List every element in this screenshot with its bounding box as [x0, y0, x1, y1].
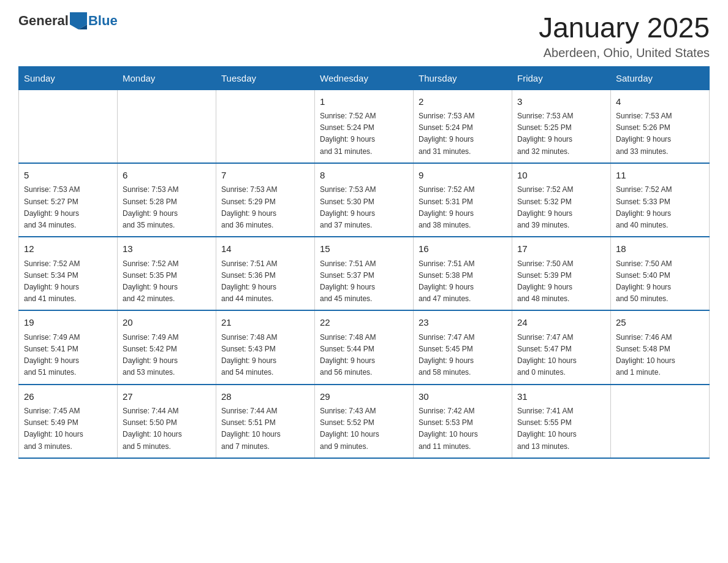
- day-info: Sunrise: 7:51 AM Sunset: 5:36 PM Dayligh…: [221, 258, 309, 305]
- day-number: 26: [24, 390, 112, 404]
- table-row: 7Sunrise: 7:53 AM Sunset: 5:29 PM Daylig…: [216, 163, 315, 237]
- day-info: Sunrise: 7:51 AM Sunset: 5:37 PM Dayligh…: [320, 258, 408, 305]
- day-info: Sunrise: 7:50 AM Sunset: 5:39 PM Dayligh…: [517, 258, 605, 305]
- day-info: Sunrise: 7:47 AM Sunset: 5:45 PM Dayligh…: [419, 332, 507, 379]
- day-number: 15: [320, 242, 408, 256]
- calendar-week-3: 12Sunrise: 7:52 AM Sunset: 5:34 PM Dayli…: [19, 237, 710, 310]
- table-row: [216, 90, 315, 163]
- day-info: Sunrise: 7:52 AM Sunset: 5:35 PM Dayligh…: [123, 258, 211, 305]
- calendar-week-1: 1Sunrise: 7:52 AM Sunset: 5:24 PM Daylig…: [19, 90, 710, 163]
- table-row: 11Sunrise: 7:52 AM Sunset: 5:33 PM Dayli…: [611, 163, 710, 237]
- table-row: [19, 90, 118, 163]
- day-number: 28: [221, 390, 309, 404]
- day-number: 18: [616, 242, 704, 256]
- day-number: 30: [419, 390, 507, 404]
- day-number: 6: [123, 169, 211, 183]
- day-number: 12: [24, 242, 112, 256]
- table-row: 6Sunrise: 7:53 AM Sunset: 5:28 PM Daylig…: [118, 163, 216, 237]
- header-tuesday: Tuesday: [216, 66, 315, 90]
- day-number: 3: [517, 95, 605, 109]
- table-row: 18Sunrise: 7:50 AM Sunset: 5:40 PM Dayli…: [611, 237, 710, 310]
- day-info: Sunrise: 7:52 AM Sunset: 5:32 PM Dayligh…: [517, 184, 605, 231]
- day-info: Sunrise: 7:50 AM Sunset: 5:40 PM Dayligh…: [616, 258, 704, 305]
- calendar-body: 1Sunrise: 7:52 AM Sunset: 5:24 PM Daylig…: [19, 90, 710, 458]
- logo: General Blue: [18, 12, 118, 29]
- logo-blue-text: Blue: [88, 13, 118, 29]
- table-row: 22Sunrise: 7:48 AM Sunset: 5:44 PM Dayli…: [315, 310, 414, 384]
- logo-icon: [70, 12, 87, 29]
- table-row: 29Sunrise: 7:43 AM Sunset: 5:52 PM Dayli…: [315, 385, 414, 458]
- day-info: Sunrise: 7:49 AM Sunset: 5:42 PM Dayligh…: [123, 332, 211, 379]
- table-row: 15Sunrise: 7:51 AM Sunset: 5:37 PM Dayli…: [315, 237, 414, 310]
- table-row: 17Sunrise: 7:50 AM Sunset: 5:39 PM Dayli…: [512, 237, 611, 310]
- table-row: 1Sunrise: 7:52 AM Sunset: 5:24 PM Daylig…: [315, 90, 414, 163]
- table-row: 31Sunrise: 7:41 AM Sunset: 5:55 PM Dayli…: [512, 385, 611, 458]
- table-row: [118, 90, 216, 163]
- day-number: 8: [320, 169, 408, 183]
- day-info: Sunrise: 7:53 AM Sunset: 5:26 PM Dayligh…: [616, 110, 704, 158]
- calendar-header: Sunday Monday Tuesday Wednesday Thursday…: [19, 66, 710, 90]
- day-number: 1: [320, 95, 408, 109]
- table-row: 23Sunrise: 7:47 AM Sunset: 5:45 PM Dayli…: [414, 310, 512, 384]
- day-info: Sunrise: 7:53 AM Sunset: 5:30 PM Dayligh…: [320, 184, 408, 231]
- table-row: 26Sunrise: 7:45 AM Sunset: 5:49 PM Dayli…: [19, 385, 118, 458]
- table-row: 14Sunrise: 7:51 AM Sunset: 5:36 PM Dayli…: [216, 237, 315, 310]
- calendar-week-5: 26Sunrise: 7:45 AM Sunset: 5:49 PM Dayli…: [19, 385, 710, 458]
- table-row: 21Sunrise: 7:48 AM Sunset: 5:43 PM Dayli…: [216, 310, 315, 384]
- day-number: 5: [24, 169, 112, 183]
- day-info: Sunrise: 7:48 AM Sunset: 5:44 PM Dayligh…: [320, 332, 408, 379]
- table-row: [611, 385, 710, 458]
- day-info: Sunrise: 7:45 AM Sunset: 5:49 PM Dayligh…: [24, 405, 112, 453]
- day-number: 9: [419, 169, 507, 183]
- day-number: 10: [517, 169, 605, 183]
- day-info: Sunrise: 7:49 AM Sunset: 5:41 PM Dayligh…: [24, 332, 112, 379]
- page-header: General Blue January 2025 Aberdeen, Ohio…: [18, 12, 710, 60]
- table-row: 19Sunrise: 7:49 AM Sunset: 5:41 PM Dayli…: [19, 310, 118, 384]
- day-info: Sunrise: 7:42 AM Sunset: 5:53 PM Dayligh…: [419, 405, 507, 453]
- day-info: Sunrise: 7:46 AM Sunset: 5:48 PM Dayligh…: [616, 332, 704, 379]
- table-row: 4Sunrise: 7:53 AM Sunset: 5:26 PM Daylig…: [611, 90, 710, 163]
- day-number: 27: [123, 390, 211, 404]
- header-monday: Monday: [118, 66, 216, 90]
- day-info: Sunrise: 7:43 AM Sunset: 5:52 PM Dayligh…: [320, 405, 408, 453]
- day-info: Sunrise: 7:53 AM Sunset: 5:28 PM Dayligh…: [123, 184, 211, 231]
- day-info: Sunrise: 7:44 AM Sunset: 5:50 PM Dayligh…: [123, 405, 211, 453]
- day-number: 24: [517, 316, 605, 330]
- day-number: 22: [320, 316, 408, 330]
- day-number: 16: [419, 242, 507, 256]
- day-number: 13: [123, 242, 211, 256]
- day-info: Sunrise: 7:53 AM Sunset: 5:27 PM Dayligh…: [24, 184, 112, 231]
- header-row: Sunday Monday Tuesday Wednesday Thursday…: [19, 66, 710, 90]
- calendar-week-4: 19Sunrise: 7:49 AM Sunset: 5:41 PM Dayli…: [19, 310, 710, 384]
- day-number: 17: [517, 242, 605, 256]
- day-number: 29: [320, 390, 408, 404]
- table-row: 9Sunrise: 7:52 AM Sunset: 5:31 PM Daylig…: [414, 163, 512, 237]
- table-row: 3Sunrise: 7:53 AM Sunset: 5:25 PM Daylig…: [512, 90, 611, 163]
- day-number: 4: [616, 95, 704, 109]
- day-number: 21: [221, 316, 309, 330]
- month-title: January 2025: [539, 12, 710, 44]
- day-info: Sunrise: 7:48 AM Sunset: 5:43 PM Dayligh…: [221, 332, 309, 379]
- table-row: 12Sunrise: 7:52 AM Sunset: 5:34 PM Dayli…: [19, 237, 118, 310]
- day-info: Sunrise: 7:52 AM Sunset: 5:24 PM Dayligh…: [320, 110, 408, 158]
- calendar-week-2: 5Sunrise: 7:53 AM Sunset: 5:27 PM Daylig…: [19, 163, 710, 237]
- table-row: 16Sunrise: 7:51 AM Sunset: 5:38 PM Dayli…: [414, 237, 512, 310]
- location-title: Aberdeen, Ohio, United States: [539, 46, 710, 60]
- day-number: 11: [616, 169, 704, 183]
- day-number: 23: [419, 316, 507, 330]
- day-number: 25: [616, 316, 704, 330]
- table-row: 5Sunrise: 7:53 AM Sunset: 5:27 PM Daylig…: [19, 163, 118, 237]
- day-info: Sunrise: 7:53 AM Sunset: 5:25 PM Dayligh…: [517, 110, 605, 158]
- table-row: 2Sunrise: 7:53 AM Sunset: 5:24 PM Daylig…: [414, 90, 512, 163]
- table-row: 10Sunrise: 7:52 AM Sunset: 5:32 PM Dayli…: [512, 163, 611, 237]
- day-info: Sunrise: 7:41 AM Sunset: 5:55 PM Dayligh…: [517, 405, 605, 453]
- header-thursday: Thursday: [414, 66, 512, 90]
- day-number: 7: [221, 169, 309, 183]
- header-sunday: Sunday: [19, 66, 118, 90]
- day-info: Sunrise: 7:47 AM Sunset: 5:47 PM Dayligh…: [517, 332, 605, 379]
- header-friday: Friday: [512, 66, 611, 90]
- header-saturday: Saturday: [611, 66, 710, 90]
- day-info: Sunrise: 7:53 AM Sunset: 5:29 PM Dayligh…: [221, 184, 309, 231]
- day-number: 19: [24, 316, 112, 330]
- table-row: 30Sunrise: 7:42 AM Sunset: 5:53 PM Dayli…: [414, 385, 512, 458]
